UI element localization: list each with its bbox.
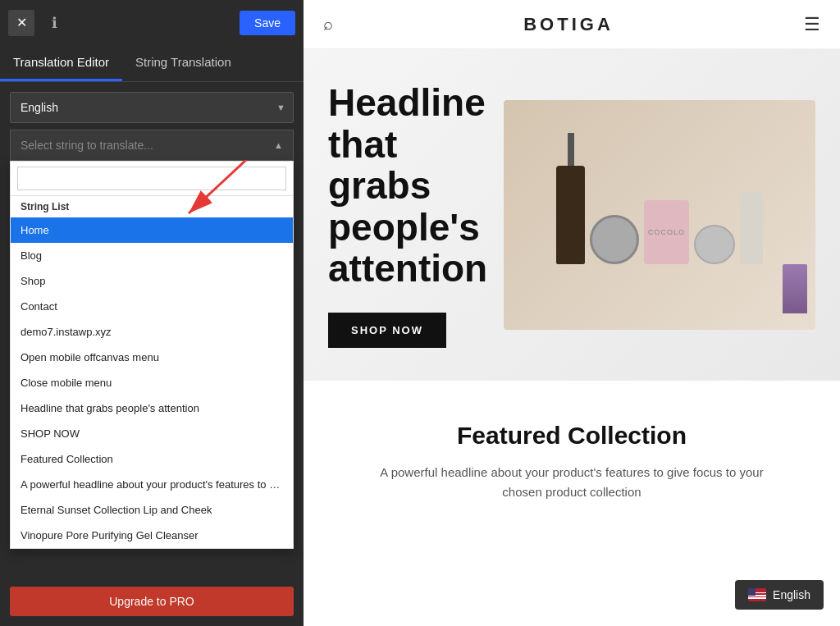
bottle-pump [568, 133, 574, 166]
list-item[interactable]: Close mobile menu [11, 370, 293, 395]
list-item[interactable]: Blog [11, 243, 293, 268]
language-badge[interactable]: English [735, 580, 824, 610]
language-select-wrapper: English Spanish French German Italian [10, 92, 294, 123]
tab-string-translation[interactable]: String Translation [122, 45, 244, 81]
hero-cta-button[interactable]: SHOP NOW [328, 313, 446, 348]
list-item[interactable]: Headline that grabs people's attention [11, 395, 293, 421]
hero-headline: Headline that grabs people's attention [328, 82, 504, 290]
flag-canton [748, 588, 756, 596]
info-button[interactable]: ℹ [41, 10, 67, 36]
product-tin-pink: COCOLO [644, 200, 689, 264]
list-item[interactable]: Featured Collection [11, 446, 293, 472]
dropdown-search-wrapper [11, 162, 293, 196]
list-item[interactable]: Open mobile offcanvas menu [11, 345, 293, 370]
list-item[interactable]: A powerful headline about your product's… [11, 472, 293, 497]
string-select-container: Select string to translate... ▲ String L… [10, 130, 294, 161]
product-bottle [556, 166, 585, 264]
product-diffuser [740, 192, 763, 264]
string-select-placeholder: Select string to translate... [21, 139, 153, 152]
hero-section: Headline that grabs people's attention S… [304, 49, 840, 381]
list-item[interactable]: SHOP NOW [11, 421, 293, 446]
string-select-bar[interactable]: Select string to translate... ▲ [10, 130, 294, 161]
save-button[interactable]: Save [240, 11, 295, 35]
lavender-bunch [783, 264, 807, 313]
string-list: Home Blog Shop Contact demo7.instawp.xyz… [11, 217, 293, 548]
featured-description: A powerful headline about your product's… [367, 463, 777, 502]
hero-image: COCOLO [504, 100, 815, 330]
panel-body: English Spanish French German Italian Se… [0, 82, 304, 587]
close-button[interactable]: ✕ [8, 10, 34, 36]
string-search-input[interactable] [17, 167, 286, 190]
list-item[interactable]: Home [11, 217, 293, 243]
product-tin-1 [590, 215, 639, 264]
tabs: Translation Editor String Translation [0, 45, 304, 82]
product-tin-2 [694, 225, 735, 264]
list-item[interactable]: Eternal Sunset Collection Lip and Cheek [11, 497, 293, 523]
us-flag-icon [748, 588, 766, 601]
string-list-header: String List [11, 196, 293, 217]
list-item[interactable]: Vinopure Pore Purifying Gel Cleanser [11, 523, 293, 548]
tab-translation-editor[interactable]: Translation Editor [0, 45, 122, 81]
top-bar: ✕ ℹ Save [0, 0, 304, 45]
search-icon[interactable]: ⌕ [323, 15, 333, 34]
arrow-up-icon: ▲ [274, 140, 283, 150]
right-panel: ⌕ BOTIGA ☰ Headline that grabs people's … [304, 0, 840, 626]
site-brand: BOTIGA [523, 14, 614, 35]
string-dropdown-panel: String List Home Blog Shop Contact demo7… [10, 161, 294, 549]
left-panel: ✕ ℹ Save Translation Editor String Trans… [0, 0, 304, 626]
language-badge-label: English [773, 588, 810, 601]
upgrade-button[interactable]: Upgrade to PRO [10, 587, 294, 616]
language-dropdown[interactable]: English Spanish French German Italian [10, 92, 294, 123]
product-display: COCOLO [548, 158, 771, 272]
list-item[interactable]: demo7.instawp.xyz [11, 319, 293, 345]
featured-section: Featured Collection A powerful headline … [304, 381, 840, 519]
site-nav: ⌕ BOTIGA ☰ [304, 0, 840, 49]
featured-title: Featured Collection [328, 422, 815, 450]
menu-icon[interactable]: ☰ [804, 14, 820, 35]
list-item[interactable]: Shop [11, 268, 293, 294]
list-item[interactable]: Contact [11, 294, 293, 319]
hero-content: Headline that grabs people's attention S… [328, 82, 504, 348]
